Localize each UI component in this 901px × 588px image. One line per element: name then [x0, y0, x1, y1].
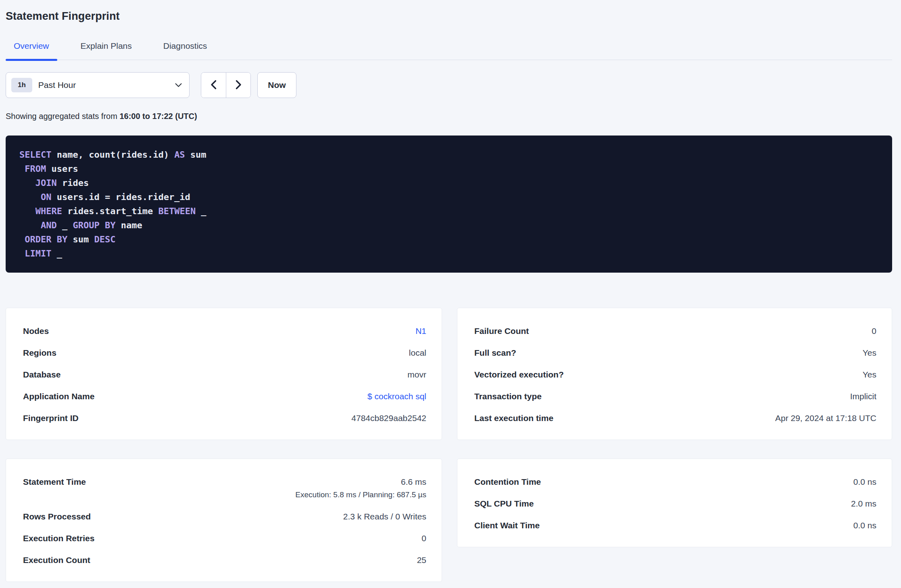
row-label: Execution Count [23, 555, 90, 565]
sql-line: SELECT name, count(rides.id) AS sum [19, 148, 878, 162]
sql-text: sum [185, 150, 206, 160]
row-value-link[interactable]: $ cockroach sql [367, 391, 426, 402]
row-value-wrap: 0 [872, 326, 876, 336]
row-value-wrap: Yes [863, 348, 876, 358]
tab-diagnostics[interactable]: Diagnostics [155, 41, 215, 60]
row-label: Statement Time [23, 477, 86, 487]
next-interval-button[interactable] [226, 73, 250, 98]
sql-text: rides.start_time [62, 206, 158, 216]
sql-line: JOIN rides [19, 176, 878, 190]
row-label: Execution Retries [23, 533, 94, 544]
sql-text: name [115, 220, 142, 230]
row-value: 0.0 ns [853, 520, 876, 531]
time-interval-select[interactable]: 1h Past Hour [6, 72, 190, 98]
row-label: Full scan? [474, 348, 516, 358]
interval-label: Past Hour [38, 80, 76, 90]
card-row: Execution Count25 [23, 555, 426, 565]
sql-text [19, 192, 41, 202]
sql-keyword: JOIN [35, 178, 57, 188]
sql-keyword: GROUP BY [73, 220, 115, 230]
row-value-wrap: 4784cb829aab2542 [351, 413, 426, 423]
sql-keyword: SELECT [19, 150, 51, 160]
row-subvalue: Execution: 5.8 ms / Planning: 687.5 µs [295, 490, 426, 500]
tab-explain-plans[interactable]: Explain Plans [73, 41, 140, 60]
row-value-wrap: Apr 29, 2024 at 17:18 UTC [775, 413, 876, 423]
sql-statement-code: SELECT name, count(rides.id) AS sum FROM… [19, 148, 878, 261]
row-value-wrap: N1 [415, 326, 426, 336]
row-label: Contention Time [474, 477, 541, 487]
row-value: 4784cb829aab2542 [351, 413, 426, 423]
card-row: Vectorized execution?Yes [474, 369, 876, 380]
row-value: Yes [863, 369, 876, 380]
card-row: Execution Retries0 [23, 533, 426, 544]
sql-line: ON users.id = rides.rider_id [19, 190, 878, 204]
card-row: Statement Time6.6 msExecution: 5.8 ms / … [23, 477, 426, 500]
row-value-wrap: Implicit [850, 391, 876, 402]
tab-bar: OverviewExplain PlansDiagnostics [6, 41, 892, 60]
page-title: Statement Fingerprint [6, 10, 892, 23]
row-label: Rows Processed [23, 511, 91, 522]
row-value: 25 [417, 555, 426, 565]
row-value: 0.0 ns [853, 477, 876, 487]
row-value-link[interactable]: N1 [415, 326, 426, 336]
row-value-wrap: 0.0 ns [853, 477, 876, 487]
stats-prefix: Showing aggregated stats from [6, 112, 117, 121]
row-value-wrap: Yes [863, 369, 876, 380]
aggregated-stats-line: Showing aggregated stats from 16:00 to 1… [6, 112, 892, 121]
row-value: movr [407, 369, 426, 380]
sql-text: rides [57, 178, 89, 188]
chevron-left-icon [211, 80, 217, 91]
card-row: Databasemovr [23, 369, 426, 380]
row-label: Regions [23, 348, 56, 358]
sql-text: name, count(rides.id) [51, 150, 174, 160]
time-controls: 1h Past Hour Now [6, 72, 892, 98]
row-label: Application Name [23, 391, 94, 402]
sql-keyword: FROM [25, 164, 46, 174]
sql-keyword: WHERE [35, 206, 62, 216]
sql-line: LIMIT _ [19, 246, 878, 261]
row-value: 2.0 ms [851, 498, 876, 509]
row-label: Failure Count [474, 326, 529, 336]
card-row: Regionslocal [23, 348, 426, 358]
sql-text [19, 220, 41, 230]
sql-text: _ [57, 220, 73, 230]
sql-keyword: BETWEEN [158, 206, 196, 216]
chevron-down-icon [175, 83, 182, 87]
sql-line: ORDER BY sum DESC [19, 232, 878, 246]
row-value: 0 [872, 326, 876, 336]
row-value-wrap: $ cockroach sql [367, 391, 426, 402]
row-value-wrap: 25 [417, 555, 426, 565]
sql-text [19, 234, 25, 244]
row-label: Database [23, 369, 60, 380]
row-label: Fingerprint ID [23, 413, 79, 423]
sql-text [19, 206, 35, 216]
row-value: 0 [421, 533, 426, 544]
sql-statement-box: SELECT name, count(rides.id) AS sum FROM… [6, 136, 892, 273]
stats-range: 16:00 to 17:22 (UTC) [119, 112, 197, 121]
row-value-wrap: 6.6 msExecution: 5.8 ms / Planning: 687.… [295, 477, 426, 500]
row-value-wrap: 0 [421, 533, 426, 544]
now-button[interactable]: Now [257, 72, 296, 98]
tab-overview[interactable]: Overview [6, 41, 57, 60]
card-row: Full scan?Yes [474, 348, 876, 358]
row-label: Client Wait Time [474, 520, 540, 531]
card-row: Failure Count0 [474, 326, 876, 336]
sql-text [19, 164, 25, 174]
row-label: Nodes [23, 326, 49, 336]
card-row: Application Name$ cockroach sql [23, 391, 426, 402]
sql-text [19, 248, 25, 259]
row-value-wrap: movr [407, 369, 426, 380]
card-row: Transaction typeImplicit [474, 391, 876, 402]
sql-text: _ [196, 206, 206, 216]
row-value-wrap: local [409, 348, 426, 358]
prev-interval-button[interactable] [201, 73, 226, 98]
row-value-wrap: 0.0 ns [853, 520, 876, 531]
interval-badge: 1h [11, 78, 32, 92]
sql-text: users [46, 164, 78, 174]
statement-stats-card: Statement Time6.6 msExecution: 5.8 ms / … [6, 459, 442, 582]
row-label: Transaction type [474, 391, 542, 402]
row-value: 6.6 ms [401, 477, 426, 487]
details-card-right: Failure Count0Full scan?YesVectorized ex… [457, 308, 892, 440]
row-value: Implicit [850, 391, 876, 402]
sql-text: _ [51, 248, 62, 259]
